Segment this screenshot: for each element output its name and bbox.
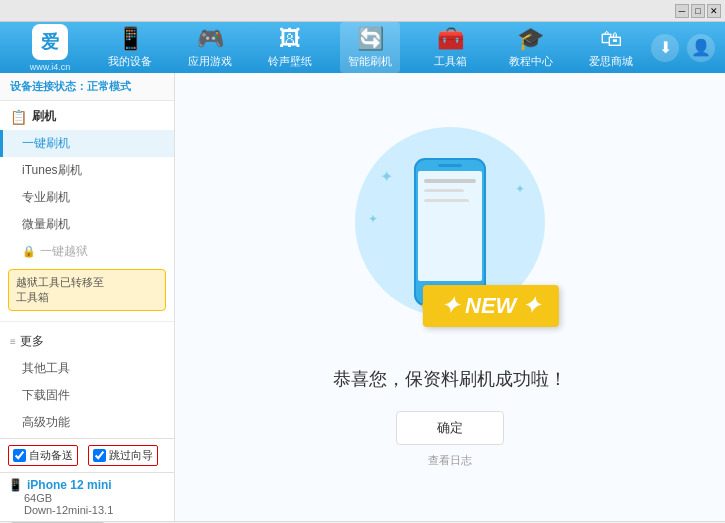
nav-wallpaper[interactable]: 🖼 铃声壁纸: [260, 22, 320, 73]
skip-wizard-checkbox[interactable]: 跳过向导: [88, 445, 158, 466]
status-bar: 设备连接状态：正常模式: [0, 73, 174, 101]
view-log-link[interactable]: 查看日志: [428, 453, 472, 468]
other-tools-label: 其他工具: [22, 361, 70, 375]
logo-url: www.i4.cn: [30, 62, 71, 72]
sidebar-checkboxes: 自动备送 跳过向导: [0, 438, 174, 472]
small-flash-label: 微量刷机: [22, 217, 70, 231]
itunes-flash-label: iTunes刷机: [22, 163, 82, 177]
nav-tutorials[interactable]: 🎓 教程中心: [501, 22, 561, 73]
sidebar-item-one-key-flash[interactable]: 一键刷机: [0, 130, 174, 157]
nav-bar: 📱 我的设备 🎮 应用游戏 🖼 铃声壁纸 🔄 智能刷机 🧰 工具箱 🎓: [90, 22, 651, 73]
account-button[interactable]: 👤: [687, 34, 715, 62]
my-device-icon: 📱: [117, 26, 144, 52]
device-firmware: Down-12mini-13.1: [8, 504, 166, 516]
title-bar: ─ □ ✕: [0, 0, 725, 22]
notice-text: 越狱工具已转移至工具箱: [16, 276, 104, 303]
svg-rect-6: [424, 199, 469, 202]
nav-apps-games[interactable]: 🎮 应用游戏: [180, 22, 240, 73]
more-label: 更多: [20, 333, 44, 350]
apps-games-icon: 🎮: [197, 26, 224, 52]
toolbox-icon: 🧰: [437, 26, 464, 52]
restore-button[interactable]: □: [691, 4, 705, 18]
nav-store[interactable]: 🛍 爱思商城: [581, 22, 641, 73]
nav-my-device[interactable]: 📱 我的设备: [100, 22, 160, 73]
more-icon: ≡: [10, 336, 16, 347]
sidebar: 设备连接状态：正常模式 📋 刷机 一键刷机 iTunes刷机 专业刷机 微量刷机: [0, 73, 175, 521]
flash-group-header: 📋 刷机: [0, 103, 174, 130]
header: 爱 www.i4.cn 📱 我的设备 🎮 应用游戏 🖼 铃声壁纸 🔄 智能刷机: [0, 22, 725, 73]
download-button[interactable]: ⬇: [651, 34, 679, 62]
svg-rect-1: [418, 171, 482, 281]
nav-store-label: 爱思商城: [589, 54, 633, 69]
svg-rect-3: [438, 164, 462, 167]
confirm-button[interactable]: 确定: [396, 411, 504, 445]
skip-wizard-label: 跳过向导: [109, 448, 153, 463]
sidebar-item-pro-flash[interactable]: 专业刷机: [0, 184, 174, 211]
success-text: 恭喜您，保资料刷机成功啦！: [333, 367, 567, 391]
smart-flash-icon: 🔄: [357, 26, 384, 52]
content-area: 设备连接状态：正常模式 📋 刷机 一键刷机 iTunes刷机 专业刷机 微量刷机: [0, 73, 725, 521]
skip-wizard-input[interactable]: [93, 449, 106, 462]
device-storage: 64GB: [8, 492, 166, 504]
window-controls[interactable]: ─ □ ✕: [675, 4, 721, 18]
new-badge: ✦ NEW ✦: [423, 285, 559, 327]
sidebar-item-advanced[interactable]: 高级功能: [0, 409, 174, 436]
sparkle-3: ✦: [368, 212, 378, 226]
status-value: 正常模式: [87, 80, 131, 92]
nav-right-controls: ⬇ 👤: [651, 34, 715, 62]
nav-my-device-label: 我的设备: [108, 54, 152, 69]
flash-group-icon: 📋: [10, 109, 27, 125]
device-name: 📱 iPhone 12 mini: [8, 478, 166, 492]
advanced-label: 高级功能: [22, 415, 70, 429]
svg-rect-5: [424, 189, 464, 192]
flash-group-label: 刷机: [32, 108, 56, 125]
pro-flash-label: 专业刷机: [22, 190, 70, 204]
more-section: ≡ 更多 其他工具 下载固件 高级功能: [0, 326, 174, 438]
nav-smart-flash-label: 智能刷机: [348, 54, 392, 69]
flash-section: 📋 刷机 一键刷机 iTunes刷机 专业刷机 微量刷机 🔒 一键越狱: [0, 101, 174, 317]
device-info: 📱 iPhone 12 mini 64GB Down-12mini-13.1: [0, 472, 174, 521]
sidebar-item-other-tools[interactable]: 其他工具: [0, 355, 174, 382]
main-panel: ✦ ✦ ✦: [175, 73, 725, 521]
nav-toolbox[interactable]: 🧰 工具箱: [421, 22, 481, 73]
svg-rect-4: [424, 179, 476, 183]
logo-icon: 爱: [32, 24, 68, 60]
success-illustration: ✦ ✦ ✦: [350, 127, 550, 347]
nav-wallpaper-label: 铃声壁纸: [268, 54, 312, 69]
nav-toolbox-label: 工具箱: [434, 54, 467, 69]
tutorials-icon: 🎓: [517, 26, 544, 52]
one-key-flash-label: 一键刷机: [22, 136, 70, 150]
download-fw-label: 下载固件: [22, 388, 70, 402]
device-name-text: iPhone 12 mini: [27, 478, 112, 492]
store-icon: 🛍: [600, 26, 622, 52]
nav-apps-games-label: 应用游戏: [188, 54, 232, 69]
jailbreak-label: 一键越狱: [40, 243, 88, 260]
sidebar-item-download-fw[interactable]: 下载固件: [0, 382, 174, 409]
logo[interactable]: 爱 www.i4.cn: [10, 24, 90, 72]
notice-box: 越狱工具已转移至工具箱: [8, 269, 166, 311]
sidebar-item-small-flash[interactable]: 微量刷机: [0, 211, 174, 238]
status-label: 设备连接状态：: [10, 80, 87, 92]
sidebar-item-itunes-flash[interactable]: iTunes刷机: [0, 157, 174, 184]
sidebar-item-jailbreak: 🔒 一键越狱: [0, 238, 174, 265]
sparkle-2: ✦: [515, 182, 525, 196]
auto-backup-checkbox[interactable]: 自动备送: [8, 445, 78, 466]
close-button[interactable]: ✕: [707, 4, 721, 18]
app-window: 爱 www.i4.cn 📱 我的设备 🎮 应用游戏 🖼 铃声壁纸 🔄 智能刷机: [0, 22, 725, 523]
more-header: ≡ 更多: [0, 328, 174, 355]
auto-backup-input[interactable]: [13, 449, 26, 462]
nav-smart-flash[interactable]: 🔄 智能刷机: [340, 22, 400, 73]
nav-tutorials-label: 教程中心: [509, 54, 553, 69]
phone-icon: 📱: [8, 478, 23, 492]
wallpaper-icon: 🖼: [279, 26, 301, 52]
minimize-button[interactable]: ─: [675, 4, 689, 18]
lock-icon: 🔒: [22, 245, 36, 258]
sidebar-divider: [0, 321, 174, 322]
sparkle-1: ✦: [380, 167, 393, 186]
auto-backup-label: 自动备送: [29, 448, 73, 463]
